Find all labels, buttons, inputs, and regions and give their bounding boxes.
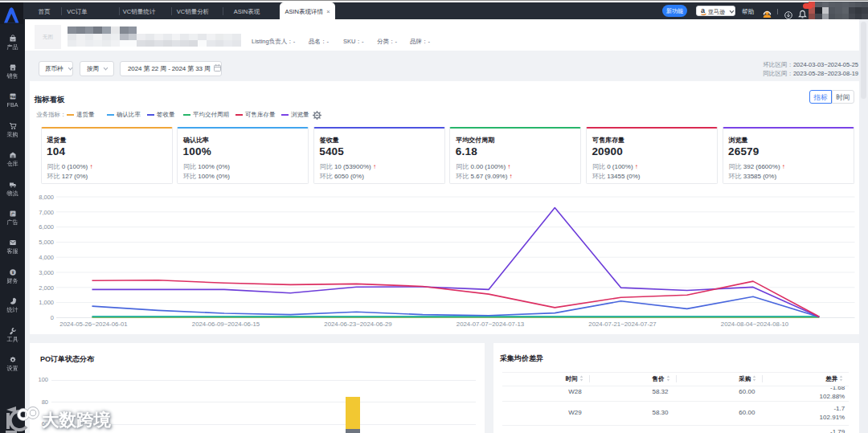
- svg-text:大数跨境: 大数跨境: [42, 411, 112, 430]
- svg-text:FBA: FBA: [10, 96, 16, 99]
- svg-text:¥: ¥: [11, 271, 14, 275]
- svg-text:广: 广: [10, 212, 14, 216]
